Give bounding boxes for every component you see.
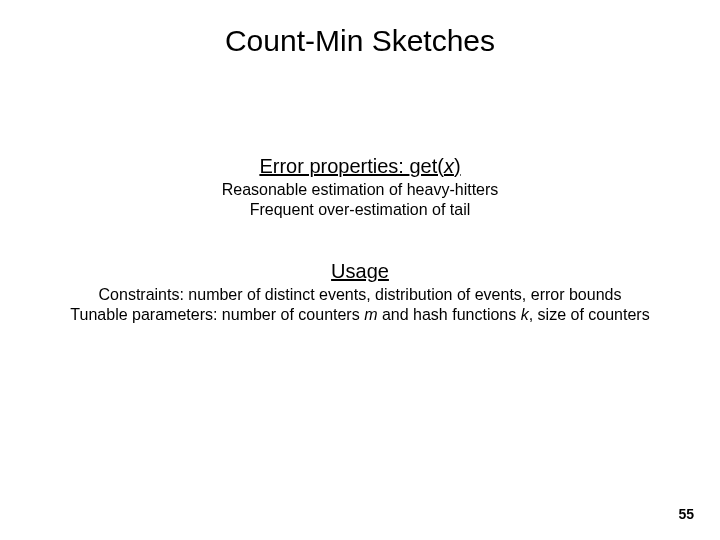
slide-title: Count-Min Sketches [0, 24, 720, 58]
slide: Count-Min Sketches Error properties: get… [0, 0, 720, 540]
usage-body: Constraints: number of distinct events, … [0, 285, 720, 325]
tunable-label: Tunable parameters: [70, 306, 221, 323]
tunable-pre: number of counters [222, 306, 364, 323]
heading-suffix: ) [454, 155, 461, 177]
heading-fn: get( [409, 155, 443, 177]
tunable-m: m [364, 306, 377, 323]
heading-arg: x [444, 155, 454, 177]
heading-prefix: Error properties: [259, 155, 409, 177]
tunable-mid: and hash functions [377, 306, 520, 323]
constraints-label: Constraints: [99, 286, 189, 303]
error-line-2: Frequent over-estimation of tail [0, 200, 720, 220]
constraints-text: number of distinct events, distribution … [188, 286, 621, 303]
error-properties-block: Error properties: get(x) Reasonable esti… [0, 155, 720, 220]
error-line-1: Reasonable estimation of heavy-hitters [0, 180, 720, 200]
usage-block: Usage Constraints: number of distinct ev… [0, 260, 720, 325]
tunable-post: , size of counters [529, 306, 650, 323]
page-number: 55 [678, 506, 694, 522]
tunable-k: k [521, 306, 529, 323]
usage-heading: Usage [0, 260, 720, 283]
error-properties-heading: Error properties: get(x) [0, 155, 720, 178]
